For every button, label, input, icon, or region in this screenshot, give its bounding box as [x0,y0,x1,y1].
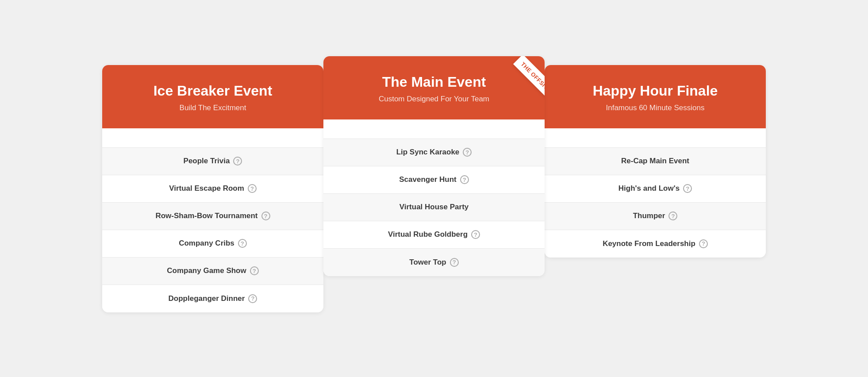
question-icon[interactable]: ? [250,266,259,275]
column-main-event: The Main EventCustom Designed For Your T… [323,56,545,276]
header-happy-hour: Happy Hour FinaleInfamous 60 Minute Sess… [545,65,766,128]
list-item: Doppleganger Dinner? [102,285,323,312]
header-ice-breaker: Ice Breaker EventBuild The Excitment [102,65,323,128]
list-item: Re-Cap Main Event [545,148,766,175]
spacer-row [102,128,323,148]
column-happy-hour: Happy Hour FinaleInfamous 60 Minute Sess… [545,65,766,258]
spacer-row [545,128,766,148]
list-item: Keynote From Leadership? [545,230,766,258]
header-subtitle-happy-hour: Infamous 60 Minute Sessions [555,104,755,112]
list-item: Lip Sync Karaoke? [323,139,545,166]
question-icon[interactable]: ? [248,294,257,303]
question-icon[interactable]: ? [450,258,459,267]
item-label: Scavenger Hunt [399,175,456,184]
offsite-ribbon: THE OFFSITE [504,64,545,117]
question-icon[interactable]: ? [683,184,692,193]
item-label: Virtual Rube Goldberg [388,230,468,239]
item-label: Re-Cap Main Event [621,157,689,165]
spacer-row [323,119,545,139]
question-icon[interactable]: ? [699,239,708,248]
item-label: High's and Low's [618,184,680,193]
question-icon[interactable]: ? [471,230,480,239]
item-label: Lip Sync Karaoke [396,148,460,157]
item-label: Doppleganger Dinner [169,294,245,303]
question-icon[interactable]: ? [668,212,677,220]
offsite-ribbon-text: THE OFFSITE [513,56,545,100]
question-icon[interactable]: ? [460,175,469,184]
header-title-ice-breaker: Ice Breaker Event [113,83,313,99]
items-main-event: Lip Sync Karaoke?Scavenger Hunt?Virtual … [323,119,545,276]
question-icon[interactable]: ? [248,184,257,193]
item-label: Thumper [633,212,665,220]
question-icon[interactable]: ? [238,239,247,248]
pricing-table: Ice Breaker EventBuild The ExcitmentPeop… [102,65,766,312]
header-main-event: The Main EventCustom Designed For Your T… [323,56,545,119]
item-label: Virtual House Party [399,203,469,212]
list-item: Company Cribs? [102,230,323,258]
list-item: Virtual Rube Goldberg? [323,221,545,249]
list-item: Virtual House Party [323,194,545,221]
item-label: Company Cribs [179,239,234,248]
item-label: People Trivia [184,157,230,165]
item-label: Keynote From Leadership [603,239,695,248]
list-item: High's and Low's? [545,175,766,203]
header-title-happy-hour: Happy Hour Finale [555,83,755,99]
header-subtitle-ice-breaker: Build The Excitment [113,104,313,112]
list-item: Row-Sham-Bow Tournament? [102,203,323,230]
list-item: Company Game Show? [102,258,323,285]
item-label: Company Game Show [167,266,246,275]
item-label: Tower Top [409,258,446,267]
list-item: People Trivia? [102,148,323,175]
items-happy-hour: Re-Cap Main EventHigh's and Low's?Thumpe… [545,128,766,258]
question-icon[interactable]: ? [233,157,242,165]
list-item: Scavenger Hunt? [323,166,545,194]
question-icon[interactable]: ? [261,212,270,220]
question-icon[interactable]: ? [463,148,472,157]
item-label: Virtual Escape Room [169,184,244,193]
list-item: Thumper? [545,203,766,230]
list-item: Virtual Escape Room? [102,175,323,203]
column-ice-breaker: Ice Breaker EventBuild The ExcitmentPeop… [102,65,323,312]
item-label: Row-Sham-Bow Tournament [155,212,257,220]
items-ice-breaker: People Trivia?Virtual Escape Room?Row-Sh… [102,128,323,312]
list-item: Tower Top? [323,249,545,276]
